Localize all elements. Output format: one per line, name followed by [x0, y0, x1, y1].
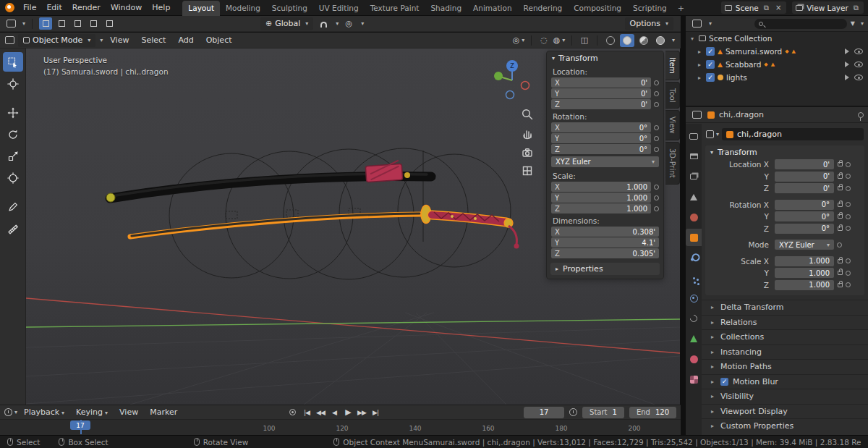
viewport-editor-type-selector[interactable]: [3, 34, 16, 46]
animate-location-z-dot[interactable]: [654, 102, 659, 107]
lock-icon[interactable]: [838, 174, 843, 179]
show-gizmo-button[interactable]: ◌: [537, 34, 550, 46]
select-mode-new-button[interactable]: [39, 17, 52, 30]
frame-start-field[interactable]: Start1: [582, 407, 624, 418]
expand-icon[interactable]: ▾: [689, 35, 696, 42]
properties-tab-texture[interactable]: [686, 371, 702, 388]
workspace-tab-layout[interactable]: Layout: [182, 1, 220, 16]
outliner-search-input[interactable]: [754, 19, 847, 29]
selectable-toggle-icon[interactable]: [845, 62, 849, 67]
expand-icon[interactable]: ▸: [696, 75, 703, 81]
select-mode-intersect-button[interactable]: [103, 17, 116, 30]
properties-tab-particles[interactable]: [686, 269, 702, 287]
npanel-transform-header[interactable]: ▾ Transform: [547, 51, 663, 65]
workspace-tab-shading[interactable]: Shading: [425, 1, 467, 16]
workspace-tab-animation[interactable]: Animation: [467, 1, 518, 16]
properties-tab-physics[interactable]: [686, 289, 702, 307]
outliner-row-scabbard[interactable]: ▸ ✓ ▲ Scabbard ◆ ▲: [686, 58, 868, 71]
timeline-ruler[interactable]: 100 120 140 160 180 200 17: [0, 420, 681, 434]
shading-wireframe-button[interactable]: [603, 34, 618, 47]
frame-end-field[interactable]: End120: [629, 407, 676, 418]
npanel-scale-y-field[interactable]: Y1.000: [551, 193, 651, 203]
animate-scale-z-dot[interactable]: [654, 206, 659, 211]
shading-solid-button[interactable]: [620, 34, 634, 47]
section-viewport-display[interactable]: ▸Viewport Display: [702, 404, 868, 419]
animate-dot[interactable]: [846, 226, 851, 231]
mode-dropdown[interactable]: Object Mode ▾: [18, 34, 95, 47]
animate-dot[interactable]: [846, 258, 851, 263]
view-layer-selector[interactable]: View Layer ⧉: [792, 1, 864, 14]
section-motion-blur[interactable]: ▸✓Motion Blur: [702, 374, 868, 389]
animate-rotation-x-dot[interactable]: [654, 125, 659, 130]
npanel-location-y-field[interactable]: Y0': [551, 88, 651, 98]
workspace-tab-texture-paint[interactable]: Texture Paint: [365, 1, 425, 16]
section-motion-paths[interactable]: ▸Motion Paths: [702, 359, 868, 374]
expand-icon[interactable]: ▸: [696, 62, 703, 68]
scene-selector[interactable]: Scene ⧉ ×: [721, 1, 787, 14]
animate-dot[interactable]: [846, 162, 851, 167]
collection-checkbox[interactable]: ✓: [706, 47, 715, 56]
lock-icon[interactable]: [838, 259, 843, 263]
npanel-tab-tool[interactable]: Tool: [665, 82, 680, 109]
menu-timeline-view[interactable]: View: [114, 406, 143, 418]
section-custom-properties[interactable]: ▸Custom Properties: [702, 418, 868, 434]
zoom-icon[interactable]: [521, 108, 534, 121]
properties-editor-type-selector[interactable]: [690, 109, 703, 121]
jump-to-start-button[interactable]: |◀: [301, 406, 312, 418]
menu-keying[interactable]: Keying▾: [71, 406, 113, 418]
shading-options-dropdown[interactable]: ▾: [672, 37, 675, 43]
outliner-row-lights[interactable]: ▸ ✓ lights: [686, 71, 868, 84]
scale-z-field[interactable]: 1.000: [775, 280, 834, 290]
npanel-dimensions-y-field[interactable]: Y4.1': [551, 237, 659, 248]
animate-location-x-dot[interactable]: [654, 80, 659, 85]
new-view-layer-button[interactable]: ⧉: [852, 4, 860, 12]
tool-annotate[interactable]: [3, 197, 23, 216]
animate-dot[interactable]: [846, 282, 851, 287]
npanel-scale-x-field[interactable]: X1.000: [551, 182, 651, 192]
npanel-tab-3d-print[interactable]: 3D-Print: [665, 142, 680, 185]
transform-orientation-dropdown[interactable]: ⊕ Global ▾: [260, 17, 313, 30]
pan-hand-icon[interactable]: [521, 127, 534, 140]
animate-dot[interactable]: [837, 242, 842, 248]
visibility-eye-icon[interactable]: [854, 62, 863, 67]
lock-icon[interactable]: [838, 227, 843, 231]
camera-view-icon[interactable]: [521, 145, 534, 159]
properties-tab-world[interactable]: [686, 208, 702, 226]
tool-scale[interactable]: [3, 146, 23, 166]
collection-checkbox[interactable]: ✓: [706, 73, 715, 82]
scale-y-field[interactable]: 1.000: [775, 268, 834, 278]
play-reverse-button[interactable]: ◀: [328, 406, 340, 418]
workspace-tab-compositing[interactable]: Compositing: [568, 1, 627, 16]
snap-toggle-button[interactable]: [317, 17, 330, 30]
navigation-gizmo[interactable]: Z: [490, 59, 534, 102]
snap-options-dropdown[interactable]: ▾: [336, 20, 339, 27]
workspace-tab-scripting[interactable]: Scripting: [627, 1, 673, 16]
selectable-toggle-icon[interactable]: [845, 48, 849, 54]
animate-dot[interactable]: [846, 271, 851, 276]
rotation-x-field[interactable]: 0°: [775, 200, 834, 210]
show-overlays-button[interactable]: ◍▾: [553, 34, 566, 46]
motion-blur-checkbox[interactable]: ✓: [720, 378, 728, 386]
select-mode-extend-button[interactable]: [55, 17, 68, 30]
timeline-editor-type-selector[interactable]: ▾: [4, 406, 17, 418]
editor-type-selector[interactable]: [4, 17, 17, 30]
section-relations[interactable]: ▸Relations: [702, 315, 868, 330]
npanel-location-z-field[interactable]: Z0': [551, 99, 651, 109]
selectable-toggle-icon[interactable]: [845, 75, 849, 80]
npanel-rotation-y-field[interactable]: Y0°: [551, 133, 651, 143]
properties-tab-scene[interactable]: [686, 188, 702, 206]
shading-material-button[interactable]: [637, 34, 651, 47]
npanel-location-x-field[interactable]: X0': [551, 77, 651, 88]
location-z-field[interactable]: 0': [775, 183, 834, 193]
lock-icon[interactable]: [838, 271, 843, 275]
menu-edit[interactable]: Edit: [41, 1, 67, 14]
animate-scale-x-dot[interactable]: [654, 185, 659, 190]
npanel-rotation-x-field[interactable]: X0°: [551, 122, 651, 132]
pin-icon[interactable]: [858, 112, 864, 118]
tool-transform[interactable]: [3, 168, 23, 187]
pivot-point-dropdown[interactable]: ◎▾: [512, 34, 525, 46]
rotation-mode-dropdown[interactable]: XYZ Euler▾: [551, 156, 659, 167]
outliner-editor-type-selector[interactable]: [690, 17, 703, 30]
lock-icon[interactable]: [838, 283, 843, 287]
scabbard-object[interactable]: [106, 160, 431, 202]
